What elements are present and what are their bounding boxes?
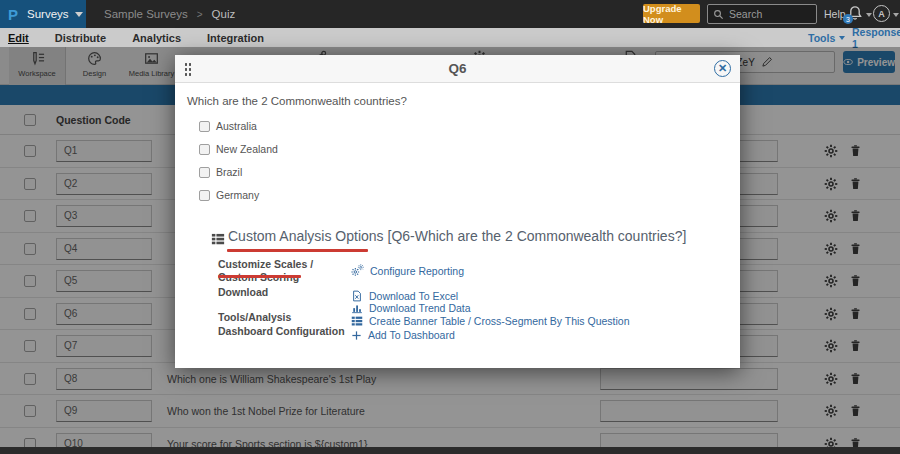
tab-edit[interactable]: Edit <box>8 32 29 44</box>
answer-options: Australia New Zealand Brazil Germany <box>175 118 575 210</box>
option-label: Germany <box>216 189 259 201</box>
questionpro-logo: P <box>8 6 18 23</box>
modal-header: Q6 ✕ <box>175 55 740 83</box>
breadcrumb-current: Quiz <box>212 8 236 20</box>
section-tab-bar: Edit Distribute Analytics Integration To… <box>0 28 900 47</box>
chevron-down-icon <box>839 36 845 40</box>
answer-option-row: Australia <box>175 118 575 141</box>
option-checkbox[interactable] <box>199 144 210 155</box>
close-icon[interactable]: ✕ <box>714 60 731 77</box>
chevron-down-icon <box>75 12 83 17</box>
link-download-to-excel[interactable]: Download To Excel <box>351 290 458 302</box>
option-checkbox[interactable] <box>199 190 210 201</box>
avatar[interactable]: A <box>873 5 890 22</box>
modal-title: Q6 <box>175 61 740 76</box>
banner-table-icon <box>351 315 363 327</box>
notifications-bell-icon[interactable]: 3 <box>847 5 863 23</box>
label-tools-analysis: Tools/Analysis <box>218 311 291 324</box>
option-checkbox[interactable] <box>199 167 210 178</box>
surveys-menu-label: Surveys <box>27 8 69 20</box>
modal-question-text: Which are the 2 Commonwealth countries? <box>187 95 407 107</box>
link-label: Download To Excel <box>369 290 458 302</box>
response-count[interactable]: Response: 1 <box>852 26 900 50</box>
notification-badge: 3 <box>843 14 853 24</box>
question-detail-modal: Q6 ✕ Which are the 2 Commonwealth countr… <box>175 55 740 368</box>
tab-distribute[interactable]: Distribute <box>55 32 106 44</box>
link-create-banner-table[interactable]: Create Banner Table / Cross-Segment By T… <box>351 315 630 327</box>
answer-option-row: New Zealand <box>175 141 575 164</box>
custom-analysis-title: Custom Analysis Options [Q6-Which are th… <box>228 228 686 244</box>
red-underline-annotation <box>218 275 301 278</box>
link-add-to-dashboard[interactable]: Add To Dashboard <box>351 329 455 341</box>
option-checkbox[interactable] <box>199 121 210 132</box>
option-label: Australia <box>216 120 257 132</box>
search-input[interactable]: Search <box>707 4 817 24</box>
link-configure-reporting[interactable]: Configure Reporting <box>351 264 464 277</box>
breadcrumb-separator: > <box>197 9 203 20</box>
link-label: Add To Dashboard <box>368 329 455 341</box>
list-icon <box>211 232 225 246</box>
breadcrumb-parent[interactable]: Sample Surveys <box>104 8 188 20</box>
option-label: Brazil <box>216 166 242 178</box>
label-dashboard-configuration: Dashboard Configuration <box>218 325 345 338</box>
tab-integration[interactable]: Integration <box>207 32 264 44</box>
tools-label: Tools <box>808 32 835 44</box>
chevron-down-icon[interactable] <box>866 13 872 17</box>
tab-analytics[interactable]: Analytics <box>132 32 181 44</box>
answer-option-row: Brazil <box>175 164 575 187</box>
link-label: Download Trend Data <box>369 302 471 314</box>
answer-option-row: Germany <box>175 187 575 210</box>
label-customize-scales: Customize Scales / Custom Scoring <box>218 258 340 284</box>
brand-area[interactable]: P Surveys <box>0 0 86 28</box>
trend-chart-icon <box>351 302 363 314</box>
link-download-trend-data[interactable]: Download Trend Data <box>351 302 471 314</box>
link-label: Configure Reporting <box>370 265 464 277</box>
breadcrumb: Sample Surveys > Quiz <box>104 0 235 28</box>
link-label: Create Banner Table / Cross-Segment By T… <box>369 315 630 327</box>
upgrade-now-button[interactable]: Upgrade Now <box>643 4 700 23</box>
search-placeholder: Search <box>729 8 762 20</box>
chevron-down-icon[interactable] <box>893 13 899 17</box>
custom-analysis-title-text: Custom Analysis Options <box>228 228 384 244</box>
red-underline-annotation <box>227 249 368 252</box>
excel-file-icon <box>351 290 363 302</box>
label-download: Download <box>218 286 268 299</box>
tools-dropdown[interactable]: Tools <box>808 32 845 44</box>
plus-icon <box>351 330 362 341</box>
top-navigation-bar: P Surveys Sample Surveys > Quiz Upgrade … <box>0 0 900 28</box>
search-icon <box>713 9 724 20</box>
custom-analysis-subject: [Q6-Which are the 2 Commonwealth countri… <box>388 228 687 244</box>
cogs-icon <box>351 264 364 277</box>
option-label: New Zealand <box>216 143 278 155</box>
app-window: P Surveys Sample Surveys > Quiz Upgrade … <box>0 0 900 454</box>
